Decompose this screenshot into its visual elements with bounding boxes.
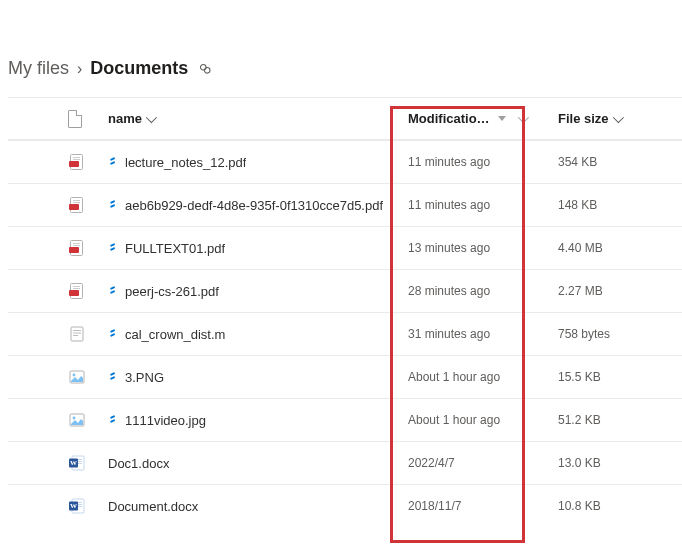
column-header-modified[interactable]: Modificatio… — [408, 111, 526, 126]
file-name[interactable]: 1111video.jpg — [125, 413, 206, 428]
chevron-down-icon — [612, 111, 623, 122]
file-name[interactable]: FULLTEXT01.pdf — [125, 241, 225, 256]
file-size: 758 bytes — [558, 327, 668, 341]
file-name[interactable]: peerj-cs-261.pdf — [125, 284, 219, 299]
chevron-down-icon — [517, 111, 528, 122]
svg-rect-5 — [73, 159, 80, 160]
code-file-icon — [68, 325, 108, 343]
file-name[interactable]: Document.docx — [108, 499, 198, 514]
table-row[interactable]: FULLTEXT01.pdf13 minutes ago4.40 MB — [8, 226, 682, 269]
file-size: 10.8 KB — [558, 499, 668, 513]
svg-rect-11 — [69, 247, 79, 253]
file-modified: 11 minutes ago — [408, 155, 558, 169]
file-modified: 2022/4/7 — [408, 456, 558, 470]
sort-descending-icon — [498, 116, 506, 121]
svg-rect-21 — [73, 335, 78, 336]
share-icon[interactable] — [198, 62, 212, 76]
file-size: 148 KB — [558, 198, 668, 212]
breadcrumb-root[interactable]: My files — [8, 58, 69, 79]
file-modified: About 1 hour ago — [408, 413, 558, 427]
table-row[interactable]: cal_crown_dist.m31 minutes ago758 bytes — [8, 312, 682, 355]
file-size: 2.27 MB — [558, 284, 668, 298]
svg-rect-7 — [69, 204, 79, 210]
word-file-icon: W — [68, 497, 108, 515]
file-modified: 31 minutes ago — [408, 327, 558, 341]
sync-icon — [108, 329, 118, 339]
svg-point-25 — [73, 417, 76, 420]
svg-rect-19 — [73, 330, 81, 331]
file-modified: About 1 hour ago — [408, 370, 558, 384]
sync-icon — [108, 200, 118, 210]
svg-rect-4 — [73, 157, 80, 158]
file-modified: 11 minutes ago — [408, 198, 558, 212]
pdf-file-icon — [68, 153, 108, 171]
chevron-right-icon: › — [77, 60, 82, 78]
svg-rect-15 — [69, 290, 79, 296]
file-size: 354 KB — [558, 155, 668, 169]
breadcrumb: My files › Documents — [8, 8, 682, 97]
sync-icon — [108, 286, 118, 296]
table-row[interactable]: WDocument.docx2018/11/710.8 KB — [8, 484, 682, 527]
table-row[interactable]: 1111video.jpgAbout 1 hour ago51.2 KB — [8, 398, 682, 441]
svg-rect-12 — [73, 243, 80, 244]
file-size: 51.2 KB — [558, 413, 668, 427]
pdf-file-icon — [68, 282, 108, 300]
sync-icon — [108, 415, 118, 425]
svg-text:W: W — [70, 459, 77, 467]
word-file-icon: W — [68, 454, 108, 472]
column-header-size[interactable]: File size — [558, 111, 621, 126]
column-header-name[interactable]: name — [108, 111, 154, 126]
file-name[interactable]: 3.PNG — [125, 370, 164, 385]
svg-rect-16 — [73, 286, 80, 287]
file-list: lecture_notes_12.pdf11 minutes ago354 KB… — [8, 140, 682, 527]
table-row[interactable]: lecture_notes_12.pdf11 minutes ago354 KB — [8, 140, 682, 183]
pdf-file-icon — [68, 196, 108, 214]
sync-icon — [108, 243, 118, 253]
table-row[interactable]: aeb6b929-dedf-4d8e-935f-0f1310cce7d5.pdf… — [8, 183, 682, 226]
file-name[interactable]: cal_crown_dist.m — [125, 327, 225, 342]
image-file-icon — [68, 368, 108, 386]
file-size: 13.0 KB — [558, 456, 668, 470]
svg-point-0 — [201, 64, 207, 70]
file-modified: 28 minutes ago — [408, 284, 558, 298]
table-row[interactable]: WDoc1.docx2022/4/713.0 KB — [8, 441, 682, 484]
svg-rect-13 — [73, 245, 80, 246]
svg-point-1 — [205, 67, 211, 73]
svg-rect-20 — [73, 333, 81, 334]
svg-rect-3 — [69, 161, 79, 167]
svg-rect-17 — [73, 288, 80, 289]
file-name[interactable]: Doc1.docx — [108, 456, 169, 471]
svg-rect-18 — [71, 327, 83, 341]
file-name[interactable]: aeb6b929-dedf-4d8e-935f-0f1310cce7d5.pdf — [125, 198, 383, 213]
table-row[interactable]: 3.PNGAbout 1 hour ago15.5 KB — [8, 355, 682, 398]
file-modified: 13 minutes ago — [408, 241, 558, 255]
breadcrumb-current: Documents — [90, 58, 188, 79]
file-size: 4.40 MB — [558, 241, 668, 255]
file-name[interactable]: lecture_notes_12.pdf — [125, 155, 246, 170]
column-header-row: name Modificatio… File size — [8, 97, 682, 140]
filetype-column-icon[interactable] — [68, 110, 108, 128]
sync-icon — [108, 157, 118, 167]
pdf-file-icon — [68, 239, 108, 257]
svg-rect-9 — [73, 202, 80, 203]
chevron-down-icon — [146, 111, 157, 122]
image-file-icon — [68, 411, 108, 429]
svg-rect-8 — [73, 200, 80, 201]
table-row[interactable]: peerj-cs-261.pdf28 minutes ago2.27 MB — [8, 269, 682, 312]
file-icon — [68, 110, 82, 128]
file-modified: 2018/11/7 — [408, 499, 558, 513]
svg-text:W: W — [70, 502, 77, 510]
sync-icon — [108, 372, 118, 382]
svg-point-23 — [73, 374, 76, 377]
file-size: 15.5 KB — [558, 370, 668, 384]
